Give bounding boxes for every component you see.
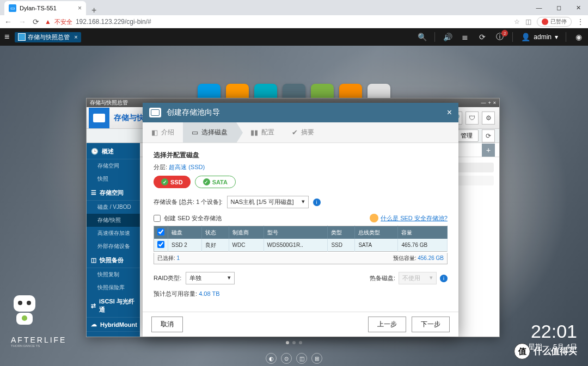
sidebar-item-storage-snapshot[interactable]: 存储/快照 [87,214,140,227]
sidebar-section-overview[interactable]: 🕒概述 [87,144,140,159]
app-chip-close-icon[interactable]: × [74,34,77,40]
profile-badge[interactable]: 已暂停 [537,17,572,27]
arrow-icon: ⇄ [91,302,96,309]
shield-icon[interactable]: 🛡 [465,111,479,125]
gear-icon[interactable]: ⚙ [482,111,495,125]
chevron-down-icon: ▾ [555,33,558,41]
app-chip-icon [18,33,26,41]
wizard-title: 创建存储池向导 [167,108,220,117]
desktop-topbar: ≡ 存储与快照总管 × 🔍 🔊 ≣ ⟳ ⓘ 👤 admin ▾ ◉ [0,28,588,46]
window-minimize-icon[interactable]: — [481,100,486,106]
app-logo-icon [89,108,109,128]
check-icon: ✔ [292,128,298,137]
wizard-steps: ◧介绍 ▭选择磁盘 ▮▮配置 ✔摘要 [143,122,458,143]
sidebar-item-snapshot-copy[interactable]: 快照复制 [87,268,140,281]
lock-icon [370,214,378,222]
raid-select[interactable]: 单独▾ [186,272,235,284]
col-disk: 磁盘 [168,226,202,239]
page-dot[interactable] [299,341,302,344]
tier-link[interactable]: 超高速 (SSD) [169,164,205,170]
menu-icon[interactable]: ≡ [4,32,15,42]
next-button[interactable]: 下一步 [412,317,450,332]
sed-checkbox[interactable] [154,215,161,222]
watermark: 值 什么值得买 [514,343,577,359]
browser-tab[interactable]: ▭ Dylan-TS-551 × [4,1,86,15]
pill-sata[interactable]: ✓SATA [195,176,236,188]
step-summary[interactable]: ✔摘要 [283,122,323,142]
section-title: 选择并配置磁盘 [154,151,448,160]
sidebar-section-storage[interactable]: ☰存储空间 [87,185,140,201]
wizard-body: 选择并配置磁盘 分层: 超高速 (SSD) ✓SSD ✓SATA 存储设备 [总… [143,143,458,312]
cancel-button[interactable]: 取消 [151,317,183,332]
device-select[interactable]: NAS主机 [1/5 可用磁盘]▾ [227,196,309,208]
search-icon[interactable]: 🔍 [417,33,427,41]
reload-button[interactable]: ⟳ [33,17,39,26]
info-icon[interactable]: i [440,275,448,282]
minimize-button[interactable]: — [529,0,549,15]
sidebar-item-external[interactable]: 外部存储设备 [87,240,140,253]
star-icon[interactable]: ☆ [514,18,520,26]
prev-button[interactable]: 上一步 [368,317,406,332]
sidebar-item-cache[interactable]: 高速缓存加速 [87,227,140,240]
tray-icon[interactable]: ◐ [266,353,277,364]
task-icon[interactable]: ≣ [460,33,470,41]
table-row[interactable]: SSD 2 良好 WDC WDS500G1R.. SSD SATA 465.76… [154,239,448,252]
extension-icon[interactable]: ◫ [525,18,531,26]
wizard-footer: 取消 上一步 下一步 [143,312,458,337]
user-menu[interactable]: 👤 admin ▾ [520,33,558,41]
refresh-icon[interactable]: ⟳ [482,129,495,142]
url-input[interactable]: ▲ 不安全 192.168.123.229/cgi-bin/# [45,18,509,26]
tab-close-icon[interactable]: × [78,4,82,12]
notification-icon[interactable]: ⓘ [495,32,505,42]
forward-button[interactable]: → [19,17,26,26]
window-close-icon[interactable]: × [493,100,496,106]
sidebar-item-iscsi[interactable]: ⇄iSCSI 与光纤通 [87,294,140,318]
pill-ssd[interactable]: ✓SSD [154,176,191,188]
drive-icon: ▭ [192,128,198,137]
volume-icon[interactable]: 🔊 [443,33,452,41]
sidebar-item-snapshot-vault[interactable]: 快照保险库 [87,281,140,294]
checkbox-header[interactable] [154,226,168,239]
hotspare-select: 不使用▾ [399,272,437,284]
dashboard-icon[interactable]: ◉ [574,33,584,41]
sed-help-link[interactable]: 什么是 SED 安全存储池? [370,214,448,222]
sidebar-item-storage-space[interactable]: 存储空间 [87,159,140,172]
clock-icon: 🕒 [91,148,99,155]
new-tab-button[interactable]: + [86,5,102,15]
sed-row: 创建 SED 安全存储池 什么是 SED 安全存储池? [154,214,448,222]
tray-icon[interactable]: ⊙ [281,353,292,364]
close-icon[interactable]: × [447,108,452,117]
window-maximize-icon[interactable]: + [488,100,491,106]
step-select-disk[interactable]: ▭选择磁盘 [183,122,236,142]
info-icon[interactable]: i [313,198,321,206]
device-row: 存储设备 [总共: 1 个设备]: NAS主机 [1/5 可用磁盘]▾ i [154,196,448,208]
sidebar-item-snapshot[interactable]: 快照 [87,172,140,185]
step-config[interactable]: ▮▮配置 [236,122,283,142]
disk-table: 磁盘 状态 制造商 型号 类型 总线类型 容量 SSD 2 良好 WDC WDS… [154,226,448,252]
tray-icon[interactable]: ◫ [296,353,307,364]
row-checkbox[interactable] [157,241,164,248]
page-dot[interactable] [286,341,289,344]
add-button[interactable]: + [482,144,495,157]
menu-icon[interactable]: ⋮ [577,18,584,26]
tier-pills: ✓SSD ✓SATA [154,176,448,188]
assistant-robot[interactable] [11,295,38,328]
page-dot[interactable] [292,341,296,344]
sidebar-section-backup[interactable]: ◫快照备份 [87,253,140,268]
storage-icon: ☰ [91,189,96,196]
col-vendor: 制造商 [229,226,264,239]
tab-bar: ▭ Dylan-TS-551 × + — ◻ ✕ [0,0,588,15]
maximize-button[interactable]: ◻ [549,0,568,15]
back-button[interactable]: ← [4,17,12,26]
tray-icon[interactable]: ⊞ [311,353,322,364]
sidebar-item-disk-vjbod[interactable]: 磁盘 / VJBOD [87,201,140,214]
step-intro[interactable]: ◧介绍 [143,122,183,142]
hotspare-label: 热备磁盘: [370,274,395,282]
running-app-chip[interactable]: 存储与快照总管 × [15,32,81,42]
url-text: 192.168.123.229/cgi-bin/# [76,18,151,26]
watermark-icon: 值 [514,343,530,359]
sidebar-item-hybridmount[interactable]: ☁HybridMount [87,318,140,332]
user-icon: 👤 [520,33,530,41]
close-window-button[interactable]: ✕ [568,0,588,15]
devices-icon[interactable]: ⟳ [477,33,487,41]
